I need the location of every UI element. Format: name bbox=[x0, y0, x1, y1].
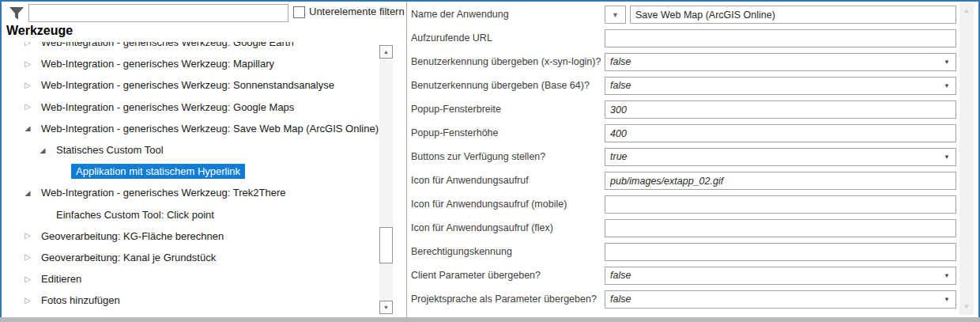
dropdown-value: false bbox=[610, 54, 631, 70]
chevron-down-icon[interactable]: ▼ bbox=[944, 297, 950, 303]
expand-arrow-icon[interactable]: ▷ bbox=[22, 103, 33, 111]
field-input[interactable] bbox=[605, 172, 956, 189]
panel-divider bbox=[406, 0, 407, 317]
expand-arrow-icon[interactable]: ▷ bbox=[22, 297, 33, 305]
subelements-filter-checkbox[interactable] bbox=[293, 6, 305, 18]
form-scrollbar[interactable]: ▲ ▼ bbox=[959, 3, 974, 315]
tree-item[interactable]: ▷Editieren bbox=[2, 268, 379, 290]
tree-item-label[interactable]: Web-Integration - generisches Werkzeug: … bbox=[41, 187, 286, 199]
field-input-box bbox=[605, 219, 956, 237]
filter-input-box bbox=[28, 4, 288, 22]
field-input-box bbox=[605, 195, 956, 214]
field-dropdown[interactable]: false▼ bbox=[605, 53, 956, 71]
combo-dropdown-button[interactable]: ▼ bbox=[605, 6, 626, 24]
scroll-up-icon: ▲ bbox=[959, 5, 974, 17]
tree-item[interactable]: ◢Web-Integration - generisches Werkzeug:… bbox=[2, 118, 379, 139]
chevron-down-icon[interactable]: ▼ bbox=[944, 83, 950, 89]
field-dropdown[interactable]: false▼ bbox=[605, 267, 956, 285]
dropdown-value: false bbox=[610, 291, 631, 308]
tree-item[interactable]: ▷Fotos hinzufügen bbox=[2, 290, 379, 311]
field-label: Benutzerkennung übergeben (x-syn-login)? bbox=[411, 53, 601, 71]
tree-item[interactable]: ▷Web-Integration - generisches Werkzeug:… bbox=[2, 74, 379, 96]
tree-item-label[interactable]: Geoverarbeitung: Kanal je Grundstück bbox=[41, 252, 216, 263]
field-dropdown[interactable]: false▼ bbox=[605, 77, 956, 95]
tree-item-label[interactable]: Web-Integration - generisches Werkzeug: … bbox=[41, 58, 274, 70]
chevron-down-icon[interactable]: ▼ bbox=[944, 154, 950, 161]
field-label: Icon für Anwendungsaufruf (flex) bbox=[411, 219, 601, 237]
expand-arrow-icon[interactable]: ▷ bbox=[22, 253, 33, 261]
scroll-down-icon: ▼ bbox=[959, 301, 974, 313]
tree-item-label[interactable]: Web-Integration - generisches Werkzeug: … bbox=[41, 101, 294, 113]
dropdown-value: false bbox=[610, 78, 631, 94]
expand-arrow-icon[interactable]: ▷ bbox=[22, 232, 33, 240]
tree-item[interactable]: ▷Web-Integration - generisches Werkzeug:… bbox=[2, 53, 379, 74]
field-dropdown[interactable]: true▼ bbox=[605, 148, 956, 166]
chevron-down-icon[interactable]: ▼ bbox=[944, 273, 950, 279]
field-label: Aufzurufende URL bbox=[411, 29, 601, 47]
tree-item-label[interactable]: Einfaches Custom Tool: Click point bbox=[56, 209, 214, 221]
window-bottom-bar bbox=[0, 317, 980, 322]
chevron-down-icon: ▼ bbox=[612, 11, 619, 19]
tree-item[interactable]: ▷Web-Integration - generisches Werkzeug:… bbox=[2, 42, 379, 53]
field-label: Benutzerkennung übergeben (Base 64)? bbox=[411, 77, 601, 95]
tree-item-label-selected[interactable]: Applikation mit statischem Hyperlink bbox=[71, 164, 245, 179]
tree-item[interactable]: Applikation mit statischem Hyperlink bbox=[2, 161, 379, 182]
field-input[interactable] bbox=[605, 244, 956, 260]
field-label: Popup-Fensterhöhe bbox=[411, 124, 601, 142]
field-input-box bbox=[605, 243, 956, 261]
window-border-left bbox=[0, 0, 2, 317]
tree-item-label[interactable]: Web-Integration - generisches Werkzeug: … bbox=[41, 79, 334, 91]
expand-arrow-icon[interactable]: ▷ bbox=[22, 42, 33, 47]
expand-arrow-icon[interactable]: ▷ bbox=[22, 60, 33, 68]
field-label: Projektsprache als Parameter übergeben? bbox=[411, 290, 601, 309]
dropdown-value: false bbox=[610, 267, 631, 284]
scroll-up-icon[interactable]: ▲ bbox=[379, 45, 393, 59]
chevron-down-icon[interactable]: ▼ bbox=[944, 59, 950, 66]
field-input-box bbox=[605, 124, 956, 142]
field-input[interactable] bbox=[605, 125, 956, 142]
tree-scrollbar-thumb[interactable] bbox=[379, 227, 393, 263]
window-border-top bbox=[0, 0, 980, 2]
expand-arrow-icon[interactable]: ▷ bbox=[22, 275, 33, 283]
filter-funnel-icon bbox=[9, 6, 24, 25]
tree-item-label[interactable]: Geoverarbeitung: KG-Fläche berechnen bbox=[41, 230, 224, 242]
field-label: Popup-Fensterbreite bbox=[411, 100, 601, 119]
tree-scrollbar[interactable]: ▲ ▼ bbox=[379, 45, 393, 314]
tool-tree: ▷Web-Integration - generisches Werkzeug:… bbox=[2, 42, 379, 313]
subelements-filter-label: Unterelemente filtern bbox=[309, 6, 405, 17]
tree-item-label[interactable]: Fotos hinzufügen bbox=[41, 294, 120, 306]
scroll-down-icon[interactable]: ▼ bbox=[379, 301, 393, 314]
field-input[interactable] bbox=[631, 6, 956, 23]
page-title: Werkzeuge bbox=[6, 24, 73, 38]
tree-item-label[interactable]: Web-Integration - generisches Werkzeug: … bbox=[41, 42, 294, 48]
field-dropdown[interactable]: false▼ bbox=[605, 290, 956, 309]
field-input-box bbox=[605, 100, 956, 119]
field-label: Buttons zur Verfügung stellen? bbox=[411, 148, 601, 166]
field-label: Icon für Anwendungsaufruf (mobile) bbox=[411, 195, 601, 214]
field-label: Name der Anwendung bbox=[411, 6, 601, 24]
tree-item-label[interactable]: Editieren bbox=[41, 273, 81, 285]
field-input-box bbox=[630, 6, 956, 24]
field-label: Icon für Anwendungsaufruf bbox=[411, 172, 601, 190]
field-label: Client Parameter übergeben? bbox=[411, 267, 601, 285]
tree-item[interactable]: ▷Web-Integration - generisches Werkzeug:… bbox=[2, 97, 379, 118]
field-input[interactable] bbox=[605, 196, 956, 213]
tree-item[interactable]: ◢Statisches Custom Tool bbox=[2, 139, 379, 161]
field-input-box bbox=[605, 29, 956, 47]
field-input[interactable] bbox=[605, 220, 956, 237]
tree-item[interactable]: ▷Geoverarbeitung: Kanal je Grundstück bbox=[2, 247, 379, 268]
field-label: Berechtigungskennung bbox=[411, 243, 601, 261]
tree-item[interactable]: ▷Geoverarbeitung: KG-Fläche berechnen bbox=[2, 225, 379, 247]
collapse-arrow-icon[interactable]: ◢ bbox=[37, 146, 48, 153]
tree-item[interactable]: ◢Web-Integration - generisches Werkzeug:… bbox=[2, 182, 379, 203]
field-input[interactable] bbox=[605, 101, 956, 118]
filter-input[interactable] bbox=[29, 5, 288, 21]
tree-item-label[interactable]: Web-Integration - generisches Werkzeug: … bbox=[41, 123, 379, 134]
collapse-arrow-icon[interactable]: ◢ bbox=[22, 125, 33, 132]
field-input[interactable] bbox=[605, 30, 956, 47]
expand-arrow-icon[interactable]: ▷ bbox=[22, 81, 33, 89]
tree-item-label[interactable]: Statisches Custom Tool bbox=[56, 144, 164, 156]
tree-item[interactable]: Einfaches Custom Tool: Click point bbox=[2, 204, 379, 225]
collapse-arrow-icon[interactable]: ◢ bbox=[22, 189, 33, 196]
dropdown-value: true bbox=[610, 149, 628, 165]
